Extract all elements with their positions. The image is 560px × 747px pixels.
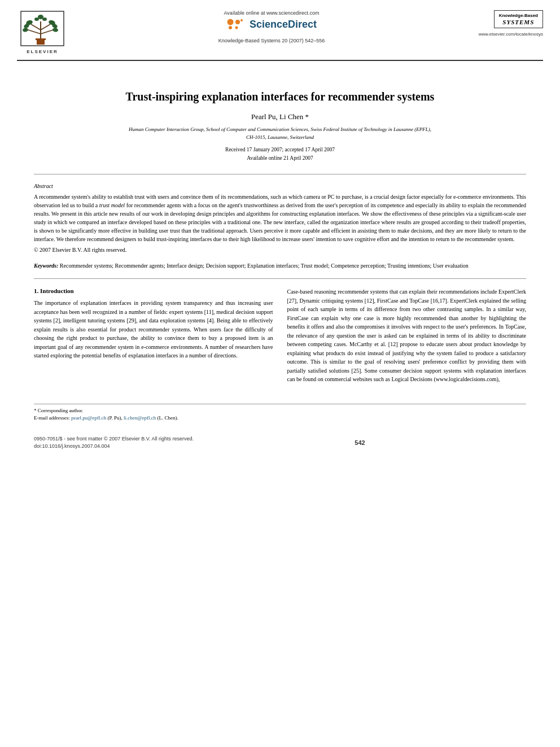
svg-line-3 — [28, 30, 41, 34]
section-1-number: 1. — [34, 287, 38, 294]
journal-logo-box: Knowledge-Based SYSTEMS — [494, 10, 543, 28]
email2-address[interactable]: li.chen@epfl.ch — [124, 415, 156, 421]
footnote-email: E-mail addresses: pearl.pu@epfl.ch (P. P… — [34, 414, 526, 422]
keywords-section: Keywords: Recommender systems; Recommend… — [34, 261, 526, 270]
sd-logo-icon — [226, 18, 243, 30]
email1-address[interactable]: pearl.pu@epfl.ch — [71, 415, 106, 421]
corresponding-author-note: * Corresponding author. — [34, 408, 83, 413]
abstract-title: Abstract — [34, 183, 526, 189]
email1-person: (P. Pu), — [108, 415, 123, 421]
content-divider — [34, 278, 526, 279]
svg-line-5 — [41, 30, 53, 34]
journal-info: Knowledge-Based Systems 20 (2007) 542–55… — [218, 38, 325, 43]
section-1-title: Introduction — [40, 287, 74, 294]
sciencedirect-logo: ScienceDirect — [226, 18, 317, 30]
article-title: Trust-inspiring explanation interfaces f… — [34, 89, 526, 104]
footer-doi: doi:10.1016/j.knosys.2007.04.004 — [34, 443, 194, 451]
footer-left: 0950-7051/$ - see front matter © 2007 El… — [34, 435, 194, 451]
journal-logo-line1: Knowledge-Based — [499, 13, 538, 19]
intro-paragraph: The importance of explanation interfaces… — [34, 299, 273, 360]
left-column: 1. Introduction The importance of explan… — [34, 287, 273, 384]
right-paragraph: Case-based reasoning recommender systems… — [287, 287, 527, 384]
abstract-divider-top — [34, 174, 526, 174]
svg-line-2 — [31, 24, 41, 30]
svg-point-11 — [52, 28, 58, 33]
affiliation-line2: CH-1015, Lausanne, Switzerland — [246, 134, 314, 140]
available-date: Available online 21 April 2007 — [34, 154, 526, 163]
svg-point-8 — [22, 28, 28, 33]
email2-person: (L. Chen). — [158, 415, 178, 421]
footer-divider — [34, 404, 526, 404]
received-date: Received 17 January 2007; accepted 17 Ap… — [34, 146, 526, 154]
copyright: © 2007 Elsevier B.V. All rights reserved… — [34, 247, 526, 253]
keywords-text: Keywords: Recommender systems; Recommend… — [34, 261, 526, 270]
right-column: Case-based reasoning recommender systems… — [287, 287, 527, 384]
svg-point-18 — [227, 19, 233, 25]
affiliation-line1: Human Computer Interaction Group, School… — [129, 126, 431, 132]
journal-logo-line2: SYSTEMS — [499, 19, 538, 25]
section-1-heading: 1. Introduction — [34, 287, 273, 294]
dates: Received 17 January 2007; accepted 17 Ap… — [34, 146, 526, 163]
sd-dots — [226, 18, 243, 30]
footer-copyright: 0950-7051/$ - see front matter © 2007 El… — [34, 435, 194, 443]
svg-point-14 — [42, 18, 47, 21]
svg-point-22 — [240, 19, 243, 21]
svg-rect-1 — [40, 21, 41, 41]
journal-url: www.elsevier.com/locate/knosys — [479, 32, 543, 37]
svg-rect-15 — [36, 38, 46, 40]
keywords-label: Keywords: — [34, 263, 58, 269]
header-center: Available online at www.sciencedirect.co… — [68, 10, 475, 43]
elsevier-wordmark: ELSEVIER — [27, 49, 58, 54]
footnote-star: * Corresponding author. — [34, 407, 526, 415]
available-online-text: Available online at www.sciencedirect.co… — [224, 10, 320, 16]
keywords-content: Recommender systems; Recommender agents;… — [60, 263, 469, 269]
svg-point-20 — [229, 26, 232, 29]
svg-line-4 — [41, 24, 50, 30]
email1: pearl.pu@epfl.ch (P. Pu), li.chen@epfl.c… — [71, 415, 178, 421]
email-label: E-mail addresses: — [34, 415, 70, 421]
two-column-body: 1. Introduction The importance of explan… — [34, 287, 526, 384]
page-footer: 0950-7051/$ - see front matter © 2007 El… — [0, 431, 560, 455]
page-number: 542 — [355, 439, 365, 446]
affiliation: Human Computer Interaction Group, School… — [34, 126, 526, 141]
authors: Pearl Pu, Li Chen * — [34, 112, 526, 121]
page: ELSEVIER Available online at www.science… — [0, 0, 560, 747]
svg-point-21 — [235, 27, 238, 29]
abstract-text: A recommender system's ability to establ… — [34, 193, 526, 243]
sciencedirect-label: ScienceDirect — [250, 19, 317, 30]
header-right: Knowledge-Based SYSTEMS www.elsevier.com… — [475, 10, 543, 37]
abstract-section: Abstract A recommender system's ability … — [34, 183, 526, 253]
main-content: Trust-inspiring explanation interfaces f… — [0, 61, 560, 395]
header: ELSEVIER Available online at www.science… — [0, 0, 560, 60]
svg-point-13 — [34, 18, 39, 21]
elsevier-logo: ELSEVIER — [17, 10, 68, 54]
elsevier-logo-svg — [20, 10, 65, 47]
svg-rect-16 — [37, 40, 45, 45]
footnote-section: * Corresponding author. E-mail addresses… — [0, 407, 560, 422]
svg-point-19 — [235, 20, 240, 24]
